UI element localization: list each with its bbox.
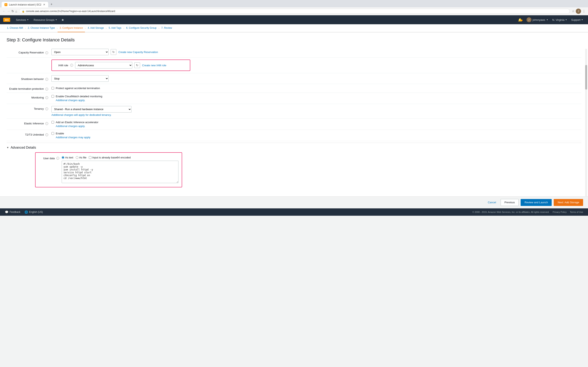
home-button[interactable]: ⌂ — [15, 9, 17, 13]
iam-role-label: IAM role — [58, 64, 68, 67]
region-menu[interactable]: N. Virginia ▼ — [551, 15, 569, 24]
t2t3-unlimited-checkbox-label[interactable]: Enable — [56, 132, 64, 135]
tenancy-label: Tenancy — [34, 107, 44, 110]
iam-role-info-icon[interactable]: i — [70, 64, 73, 67]
radio-as-file[interactable] — [76, 156, 78, 159]
review-and-launch-button[interactable]: Review and Launch — [521, 199, 552, 206]
capacity-reservation-info-icon[interactable]: i — [45, 51, 48, 54]
radio-as-text-label[interactable]: As text — [62, 156, 73, 159]
user-avatar[interactable]: J — [576, 8, 581, 14]
step-2-instance-type[interactable]: 2. Choose Instance Type — [26, 24, 57, 32]
iam-role-row: IAM role i None AdminAccess ↻ Create new… — [7, 58, 581, 73]
termination-protection-row: Enable termination protection i Protect … — [7, 84, 581, 93]
radio-base64-label[interactable]: Input is already base64 encoded — [89, 156, 131, 159]
terms-of-use-link[interactable]: Terms of Use — [570, 211, 583, 213]
bookmark-button[interactable]: ☆ — [572, 9, 575, 13]
feedback-item[interactable]: 💬 Feedback — [5, 210, 20, 214]
t2t3-unlimited-checkbox[interactable] — [52, 132, 54, 135]
t2t3-unlimited-charges-link[interactable]: Additional charges may apply — [56, 136, 90, 139]
shutdown-behavior-select[interactable]: Stop Terminate — [52, 75, 109, 82]
user-data-label: User data — [43, 157, 55, 160]
t2t3-unlimited-row: T2/T3 Unlimited i Enable Additional char… — [7, 130, 581, 141]
step-3-configure-instance[interactable]: 3. Configure Instance — [58, 24, 85, 32]
termination-protection-checkbox[interactable] — [52, 87, 54, 90]
checkbox-base64[interactable] — [89, 156, 91, 159]
capacity-reservation-refresh-button[interactable]: ↻ — [111, 49, 116, 55]
elastic-inference-checkbox-label[interactable]: Add an Elastic Inference accelerator — [56, 121, 98, 124]
support-menu[interactable]: Support ▼ — [570, 15, 585, 24]
menu-button[interactable]: ⋮ — [582, 9, 586, 13]
tab-favicon: A — [4, 3, 7, 6]
main-content: Step 3: Configure Instance Details Capac… — [0, 33, 588, 196]
user-menu[interactable]: J johnnyaws ▼ — [525, 15, 550, 24]
shutdown-behavior-label: Shutdown behavior — [21, 77, 44, 81]
support-chevron-icon: ▼ — [581, 19, 583, 21]
services-nav-item[interactable]: Services ▼ — [13, 15, 31, 24]
aws-logo[interactable]: aws — [3, 18, 10, 22]
termination-protection-info-icon[interactable]: i — [45, 88, 48, 91]
radio-as-text[interactable] — [62, 156, 64, 159]
region-chevron-icon: ▼ — [565, 19, 567, 21]
back-button[interactable]: ← — [2, 9, 6, 13]
tenancy-select[interactable]: Shared - Run a shared hardware instance … — [52, 106, 131, 113]
globe-icon: 🌐 — [25, 210, 28, 214]
bottom-bar: 💬 Feedback 🌐 English (US) © 2008 - 2019,… — [0, 208, 588, 216]
capacity-reservation-label: Capacity Reservation i — [7, 50, 52, 54]
monitoring-charges-link[interactable]: Additional charges apply. — [56, 99, 102, 102]
tenancy-info-icon[interactable]: i — [45, 108, 48, 110]
step-4-add-storage[interactable]: 4. Add Storage — [86, 24, 106, 32]
notifications-bell[interactable]: 🔔 — [516, 18, 524, 22]
t2t3-unlimited-info-icon[interactable]: i — [45, 133, 48, 136]
cancel-button[interactable]: Cancel — [485, 199, 498, 206]
monitoring-label: Monitoring — [31, 96, 44, 99]
step-6-security-group[interactable]: 6. Configure Security Group — [124, 24, 159, 32]
advanced-details-title: Advanced Details — [11, 146, 36, 150]
iam-role-refresh-button[interactable]: ↻ — [134, 62, 140, 68]
previous-button[interactable]: Previous — [501, 199, 519, 206]
termination-protection-label: Enable termination protection — [9, 87, 44, 90]
lock-icon: 🔒 — [22, 10, 25, 13]
elastic-inference-checkbox[interactable] — [52, 121, 54, 124]
monitoring-row: Monitoring i Enable CloudWatch detailed … — [7, 93, 581, 104]
new-tab-button[interactable]: + — [49, 1, 54, 7]
page-scrollbar[interactable] — [585, 49, 587, 196]
create-capacity-reservation-link[interactable]: Create new Capacity Reservation — [118, 50, 158, 54]
close-tab-button[interactable]: ✕ — [43, 3, 45, 6]
resource-groups-chevron-icon: ▼ — [55, 19, 57, 21]
favorites-star-icon[interactable]: ★ — [60, 18, 66, 22]
create-iam-role-link[interactable]: Create new IAM role — [142, 64, 166, 67]
tab-title: Launch instance wizard | EC2 — [9, 3, 42, 6]
privacy-policy-link[interactable]: Privacy Policy — [553, 211, 567, 213]
monitoring-checkbox-label[interactable]: Enable CloudWatch detailed monitoring — [56, 95, 102, 98]
elastic-inference-charges-link[interactable]: Additional charges apply. — [56, 125, 98, 128]
next-add-storage-button[interactable]: Next: Add Storage — [554, 199, 583, 206]
capacity-reservation-select[interactable]: Open None Select existing reservation — [52, 49, 109, 55]
elastic-inference-info-icon[interactable]: i — [45, 122, 48, 125]
monitoring-info-icon[interactable]: i — [45, 96, 48, 99]
monitoring-checkbox[interactable] — [52, 95, 54, 98]
user-data-info-icon[interactable]: i — [56, 157, 59, 160]
termination-protection-checkbox-label[interactable]: Protect against accidental termination — [56, 87, 100, 90]
user-data-textarea[interactable]: #!/bin/bash yum update -y yum install ht… — [62, 161, 178, 183]
active-tab[interactable]: A Launch instance wizard | EC2 ✕ — [2, 2, 48, 7]
language-item[interactable]: 🌐 English (US) — [25, 210, 43, 214]
shutdown-behavior-info-icon[interactable]: i — [45, 78, 48, 81]
step-navigation: 1. Choose AMI › 2. Choose Instance Type … — [0, 24, 588, 33]
step-7-review[interactable]: 7. Review — [159, 24, 174, 32]
url-bar[interactable]: console.aws.amazon.com/ec2/v2/home?regio… — [26, 10, 116, 13]
step-1-choose-ami[interactable]: 1. Choose AMI — [5, 24, 25, 32]
refresh-button[interactable]: ↻ — [11, 9, 14, 13]
user-chevron-icon: ▼ — [546, 19, 548, 21]
elastic-inference-row: Elastic Inference i Add an Elastic Infer… — [7, 119, 581, 130]
resource-groups-nav-item[interactable]: Resource Groups ▼ — [31, 15, 60, 24]
tenancy-charges-link[interactable]: Additional charges will apply for dedica… — [52, 113, 131, 117]
radio-as-file-label[interactable]: As file — [76, 156, 86, 159]
user-data-highlight-box: User data i As text As file Input is — [35, 152, 182, 187]
feedback-icon: 💬 — [5, 210, 8, 214]
iam-role-select[interactable]: None AdminAccess — [75, 62, 132, 68]
step-5-add-tags[interactable]: 5. Add Tags — [107, 24, 123, 32]
elastic-inference-label: Elastic Inference — [24, 122, 44, 125]
advanced-details-section-header[interactable]: ▼ Advanced Details — [7, 143, 581, 152]
forward-button[interactable]: → — [7, 9, 10, 13]
services-chevron-icon: ▼ — [27, 19, 29, 21]
